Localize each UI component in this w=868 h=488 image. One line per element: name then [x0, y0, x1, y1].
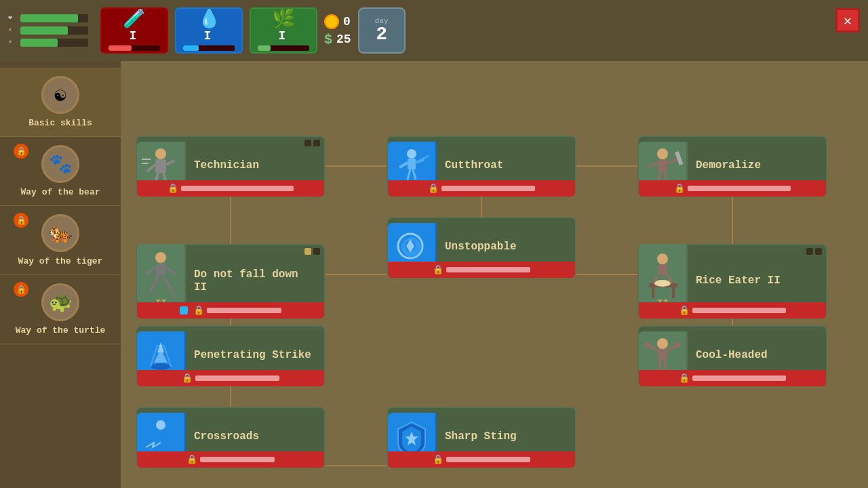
- level-dot-empty: [313, 248, 320, 255]
- resource-green-label: I: [279, 29, 289, 43]
- do-not-fall-title: Do not fall down II: [194, 268, 316, 294]
- sidebar-item-basic[interactable]: ☯ Basic skills: [0, 68, 121, 137]
- rice-eater-lock-icon: 🔒: [679, 305, 690, 316]
- energy-bar-bg: [20, 39, 88, 47]
- cutthroat-lock: 🔒: [388, 180, 575, 197]
- do-not-fall-lock: 🔒: [137, 302, 324, 319]
- tiger-icon: 🐅: [41, 214, 79, 252]
- crossroads-lock-icon: 🔒: [186, 454, 197, 465]
- unstoppable-title: Unstoppable: [445, 241, 567, 253]
- skill-penetrating[interactable]: Penetrating Strike 🔒: [136, 325, 326, 386]
- gold-value: 0: [343, 15, 351, 28]
- resource-blue-bar: [183, 45, 235, 51]
- resource-green-fill: [258, 45, 271, 51]
- resource-blue-label: I: [204, 29, 214, 43]
- skill-crossroads[interactable]: Crossroads 🔒: [136, 407, 326, 468]
- technician-lock: 🔒: [137, 180, 324, 197]
- skill-cool-headed[interactable]: Cool-Headed 🔒: [637, 325, 827, 386]
- svg-point-57: [644, 342, 651, 348]
- svg-rect-32: [675, 151, 683, 165]
- sidebar: ☯ Basic skills 🔒 🐾 Way of the bear 🔒 🐅 W…: [0, 61, 122, 488]
- svg-line-21: [399, 163, 408, 167]
- sharp-sting-lock-icon: 🔒: [433, 454, 443, 465]
- svg-point-58: [674, 342, 681, 348]
- penetrating-lock: 🔒: [137, 370, 324, 386]
- level-dot-filled: [304, 248, 311, 255]
- topbar: ❤ ⚡ ⚡ 🧪 I 💧 I: [0, 0, 868, 61]
- turtle-lock-badge: 🔒: [14, 282, 28, 297]
- sidebar-tiger-label: Way of the tiger: [18, 256, 103, 266]
- sidebar-item-turtle[interactable]: 🔒 🐢 Way of the turtle: [0, 275, 121, 344]
- stamina-bar-fill: [20, 26, 68, 35]
- level-dot-1: [304, 140, 311, 146]
- unstoppable-lock: 🔒: [388, 262, 575, 278]
- svg-line-24: [413, 169, 416, 180]
- svg-line-25: [416, 156, 429, 163]
- sidebar-bear-label: Way of the bear: [20, 187, 100, 197]
- skill-do-not-fall[interactable]: II Do not fall down II 🔒: [136, 244, 326, 319]
- svg-line-13: [147, 165, 155, 171]
- tiger-lock-badge: 🔒: [14, 213, 28, 228]
- cash-row: $ 25: [324, 32, 351, 47]
- rice-eater-title: Rice Eater II: [696, 274, 818, 287]
- technician-lock-icon: 🔒: [167, 183, 178, 194]
- close-button[interactable]: ✕: [835, 8, 860, 33]
- cutthroat-title: Cutthroat: [445, 159, 567, 172]
- svg-line-41: [171, 288, 176, 298]
- svg-line-60: [665, 360, 667, 371]
- resource-box-red[interactable]: 🧪 I: [100, 7, 168, 54]
- resource-red-fill: [108, 45, 132, 51]
- svg-rect-62: [157, 430, 165, 441]
- penetrating-lock-bar: [195, 375, 279, 381]
- svg-point-35: [155, 252, 166, 263]
- crossroads-title: Crossroads: [194, 430, 316, 443]
- svg-rect-12: [155, 159, 166, 173]
- bear-icon: 🐾: [41, 145, 79, 183]
- svg-line-14: [166, 161, 174, 165]
- sidebar-turtle-label: Way of the turtle: [16, 325, 106, 336]
- crossroads-lock: 🔒: [137, 451, 324, 468]
- sharp-sting-lock: 🔒: [388, 451, 575, 468]
- svg-rect-46: [652, 287, 654, 298]
- resource-green-bar: [258, 45, 310, 51]
- svg-point-48: [654, 280, 671, 287]
- sidebar-item-bear[interactable]: 🔒 🐾 Way of the bear: [0, 137, 121, 206]
- svg-point-53: [657, 338, 668, 349]
- unstoppable-content: Unstoppable: [437, 235, 575, 259]
- penetrating-title: Penetrating Strike: [194, 349, 316, 362]
- skill-demoralize[interactable]: Demoralize 🔒: [637, 136, 827, 197]
- skill-sharp-sting[interactable]: Sharp Sting 🔒: [387, 407, 576, 468]
- skill-technician[interactable]: Technician 🔒: [136, 136, 326, 197]
- resource-red-icon: 🧪: [123, 10, 146, 29]
- skill-rice-eater[interactable]: II Rice Eater II 🔒: [637, 244, 827, 319]
- rice-eater-lock: 🔒: [639, 302, 826, 319]
- svg-line-66: [162, 441, 169, 449]
- cool-headed-lock: 🔒: [639, 370, 826, 386]
- progress-pip: [180, 306, 188, 314]
- demoralize-lock-bar: [688, 186, 791, 191]
- svg-line-28: [649, 163, 658, 166]
- bear-lock-badge: 🔒: [14, 144, 28, 159]
- stamina-icon: ⚡: [8, 26, 18, 35]
- svg-line-59: [658, 360, 660, 371]
- technician-levels: [304, 140, 320, 146]
- demoralize-content: Demoralize: [688, 154, 826, 178]
- technician-lock-bar: [181, 186, 294, 191]
- energy-bar-fill: [20, 39, 58, 47]
- resource-box-green[interactable]: 🌿 I: [250, 7, 317, 54]
- cool-headed-title: Cool-Headed: [696, 349, 818, 362]
- skill-unstoppable[interactable]: Unstoppable 🔒: [387, 217, 576, 278]
- cutthroat-lock-bar: [441, 186, 535, 191]
- stat-bars: ❤ ⚡ ⚡: [8, 14, 88, 47]
- skill-cutthroat[interactable]: Cutthroat 🔒: [387, 136, 576, 197]
- technician-content: Technician: [186, 154, 324, 178]
- svg-rect-44: [658, 264, 667, 275]
- hp-icon: ❤: [8, 14, 18, 23]
- resource-box-blue[interactable]: 💧 I: [175, 7, 243, 54]
- cash-symbol: $: [324, 32, 332, 47]
- svg-point-52: [151, 363, 170, 370]
- demoralize-lock-icon: 🔒: [674, 183, 685, 194]
- sidebar-item-tiger[interactable]: 🔒 🐅 Way of the tiger: [0, 206, 121, 275]
- svg-rect-47: [672, 287, 675, 298]
- demoralize-title: Demoralize: [696, 159, 818, 172]
